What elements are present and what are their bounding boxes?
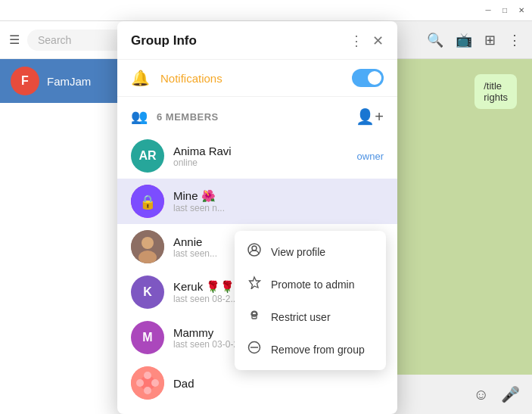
members-left: 👥 6 MEMBERS (131, 108, 219, 125)
context-menu-view-profile[interactable]: View profile (235, 235, 386, 268)
members-count: 6 MEMBERS (157, 111, 219, 123)
panel-more-button[interactable]: ⋮ (350, 34, 363, 48)
minimize-button[interactable]: ─ (484, 6, 493, 15)
svg-point-10 (136, 379, 144, 387)
panel-close-button[interactable]: ✕ (372, 34, 384, 48)
emoji-icon[interactable]: ☺ (474, 386, 489, 403)
more-icon[interactable]: ⋮ (508, 32, 521, 48)
panel-header-icons: ⋮ ✕ (350, 34, 384, 48)
context-menu: View profile Promote to admin Restrict u… (235, 231, 386, 370)
members-icon: 👥 (131, 108, 148, 125)
context-menu-restrict-user[interactable]: Restrict user (235, 300, 386, 333)
avatar-annie (131, 230, 164, 263)
promote-admin-icon (247, 275, 262, 293)
member-info-dad: Dad (173, 377, 384, 390)
close-button[interactable]: ✕ (517, 6, 526, 15)
member-name-dad: Dad (173, 377, 384, 390)
columns-icon[interactable]: ⊞ (484, 32, 496, 48)
view-profile-icon (247, 243, 262, 260)
avatar-k: K (131, 275, 164, 309)
member-name-ar: Anima Ravi (173, 145, 348, 157)
avatar-m: M (131, 321, 164, 354)
svg-point-3 (142, 237, 154, 249)
notifications-row: 🔔 Notifications (117, 59, 397, 97)
avatar-ar: AR (131, 139, 164, 173)
context-menu-remove-group[interactable]: Remove from group (235, 333, 386, 366)
notifications-toggle[interactable] (352, 69, 384, 87)
restrict-user-label: Restrict user (271, 311, 331, 323)
svg-point-8 (151, 379, 159, 387)
search-icon[interactable]: 🔍 (427, 32, 443, 48)
microphone-icon[interactable]: 🎤 (501, 385, 520, 403)
bell-icon: 🔔 (131, 69, 150, 87)
maximize-button[interactable]: □ (500, 6, 509, 15)
member-item-ar[interactable]: AR Anima Ravi online owner (117, 133, 397, 179)
panel-title: Group Info (131, 33, 197, 48)
remove-group-icon (247, 341, 262, 358)
promote-admin-label: Promote to admin (271, 279, 355, 291)
member-status-ar: online (173, 157, 348, 168)
notifications-label: Notifications (160, 72, 341, 85)
remove-group-label: Remove from group (271, 344, 365, 356)
chat-bubble: /titlerights (474, 74, 517, 109)
svg-point-7 (144, 372, 151, 379)
panel-header: Group Info ⋮ ✕ (117, 21, 397, 59)
add-member-button[interactable]: 👤+ (356, 107, 384, 126)
avatar-mine: 🔒 (131, 185, 164, 218)
member-name-mine: Mine 🌺 (173, 189, 384, 203)
avatar-dad (131, 366, 164, 400)
twitch-icon[interactable]: 📺 (456, 32, 472, 48)
member-info-ar: Anima Ravi online (173, 145, 348, 168)
members-header: 👥 6 MEMBERS 👤+ (117, 97, 397, 133)
svg-point-13 (252, 312, 257, 316)
hamburger-icon[interactable]: ☰ (9, 33, 20, 47)
context-menu-promote-admin[interactable]: Promote to admin (235, 268, 386, 300)
svg-text:🔒: 🔒 (139, 194, 157, 210)
avatar: F (11, 67, 39, 95)
svg-point-9 (144, 387, 151, 394)
svg-point-12 (252, 246, 257, 251)
owner-badge: owner (357, 151, 384, 162)
member-info-mine: Mine 🌺 last seen n... (173, 189, 384, 213)
member-item-mine[interactable]: 🔒 Mine 🌺 last seen n... (117, 179, 397, 224)
chat-name: FamJam (47, 75, 91, 88)
member-status-mine: last seen n... (173, 203, 384, 213)
view-profile-label: View profile (271, 246, 325, 258)
restrict-user-icon (247, 308, 262, 325)
titlebar: ─ □ ✕ (0, 0, 532, 21)
